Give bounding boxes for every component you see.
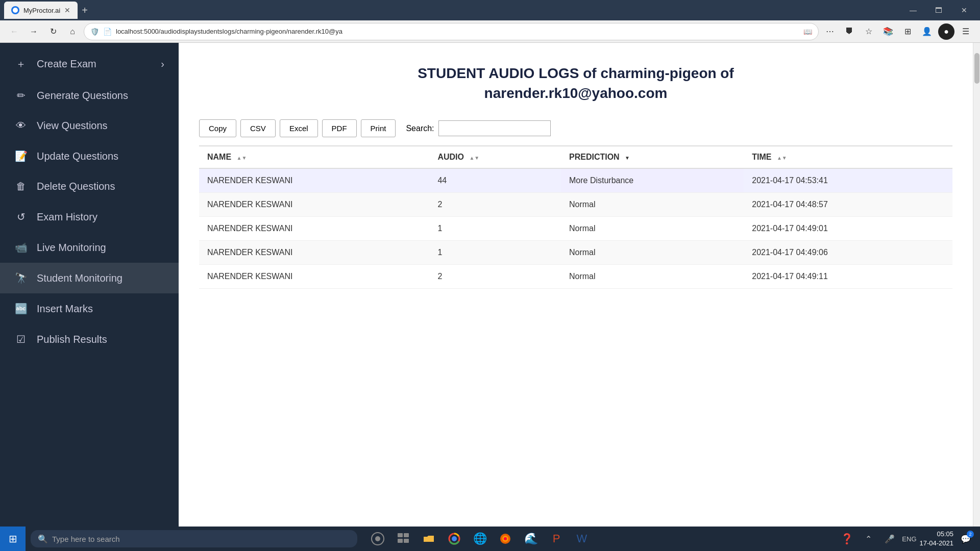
- svg-point-11: [504, 537, 507, 540]
- search-label: Search:: [406, 124, 434, 133]
- extensions-icon[interactable]: ●: [938, 23, 954, 40]
- table-row: NARENDER KESWANI44More Disturbance2021-0…: [199, 168, 952, 193]
- sidebar-label-update-questions: Update Questions: [37, 151, 118, 162]
- tab-bar: MyProctor.ai ✕ + — 🗖 ✕: [0, 0, 980, 20]
- taskbar-chevron-icon[interactable]: ⌃: [859, 530, 877, 548]
- sidebar-item-view-questions[interactable]: 👁 View Questions: [0, 111, 179, 141]
- generate-questions-icon: ✏: [14, 89, 28, 102]
- close-btn[interactable]: ✕: [952, 2, 976, 19]
- taskbar-word-btn[interactable]: W: [572, 529, 592, 549]
- taskbar-chrome-btn[interactable]: [444, 529, 464, 549]
- taskbar-ie-btn[interactable]: 🌐: [470, 529, 490, 549]
- taskbar-ppt-btn[interactable]: P: [546, 529, 567, 549]
- menu-btn[interactable]: ☰: [958, 23, 974, 40]
- start-btn[interactable]: ⊞: [0, 527, 26, 551]
- scrollbar-thumb[interactable]: [974, 53, 979, 84]
- table-toolbar: Copy CSV Excel PDF Print Search:: [199, 119, 952, 137]
- col-header-name[interactable]: NAME ▲▼: [199, 146, 429, 168]
- forward-btn[interactable]: →: [26, 23, 42, 40]
- col-header-time[interactable]: TIME ▲▼: [744, 146, 952, 168]
- csv-btn[interactable]: CSV: [240, 119, 276, 137]
- table-row: NARENDER KESWANI1Normal2021-04-17 04:49:…: [199, 241, 952, 265]
- taskbar-mic-icon[interactable]: 🎤: [880, 530, 899, 548]
- collections-icon[interactable]: 📚: [880, 23, 896, 40]
- svg-point-7: [452, 536, 457, 541]
- taskbar-right: ❓ ⌃ 🎤 ENG 05:05 17-04-2021 💬 2: [838, 530, 980, 548]
- sidebar-item-live-monitoring[interactable]: 📹 Live Monitoring: [0, 232, 179, 263]
- sidebar-item-publish-results[interactable]: ☑ Publish Results: [0, 324, 179, 355]
- notification-badge: 2: [967, 531, 974, 538]
- sidebar-item-student-monitoring[interactable]: 🔭 Student Monitoring: [0, 263, 179, 293]
- table-row: NARENDER KESWANI2Normal2021-04-17 04:49:…: [199, 265, 952, 289]
- browser-chrome: MyProctor.ai ✕ + — 🗖 ✕ ← → ↻ ⌂ 🛡️ 📄 loca…: [0, 0, 980, 43]
- sidebar-item-create-exam[interactable]: ＋ Create Exam ›: [0, 48, 179, 80]
- cell-prediction: Normal: [561, 217, 744, 241]
- taskbar-cortana-btn[interactable]: [368, 529, 388, 549]
- col-header-prediction[interactable]: PREDICTION ▼: [561, 146, 744, 168]
- new-tab-btn[interactable]: +: [82, 5, 88, 16]
- nav-bar: ← → ↻ ⌂ 🛡️ 📄 localhost:5000/audiodisplay…: [0, 20, 980, 43]
- active-tab[interactable]: MyProctor.ai ✕: [4, 2, 78, 19]
- pdf-btn[interactable]: PDF: [322, 119, 357, 137]
- sidebar-label-student-monitoring: Student Monitoring: [37, 272, 122, 284]
- taskbar-help-icon[interactable]: ❓: [838, 530, 856, 548]
- cell-prediction: Normal: [561, 265, 744, 289]
- cell-time: 2021-04-17 04:49:06: [744, 241, 952, 265]
- address-bar-container[interactable]: 🛡️ 📄 localhost:5000/audiodisplaystudents…: [84, 23, 819, 40]
- split-view-icon[interactable]: ⊞: [899, 23, 916, 40]
- svg-rect-3: [398, 533, 403, 537]
- taskbar-search-bar[interactable]: 🔍 Type here to search: [31, 530, 357, 547]
- search-input[interactable]: [438, 120, 551, 136]
- refresh-btn[interactable]: ↻: [45, 23, 61, 40]
- taskbar-edge-btn[interactable]: 🌊: [521, 529, 541, 549]
- col-header-audio[interactable]: AUDIO ▲▼: [429, 146, 561, 168]
- audio-sort-icon: ▲▼: [469, 155, 479, 161]
- sidebar-label-publish-results: Publish Results: [37, 334, 107, 345]
- tab-close-btn[interactable]: ✕: [64, 6, 70, 14]
- bookmark-btn[interactable]: ☆: [861, 23, 877, 40]
- back-btn[interactable]: ←: [6, 23, 22, 40]
- cell-time: 2021-04-17 04:49:11: [744, 265, 952, 289]
- taskbar-firefox-btn[interactable]: [495, 529, 516, 549]
- sidebar-item-update-questions[interactable]: 📝 Update Questions: [0, 141, 179, 171]
- address-url[interactable]: localhost:5000/audiodisplaystudentslogs/…: [116, 28, 799, 35]
- print-btn[interactable]: Print: [361, 119, 396, 137]
- sidebar-label-generate-questions: Generate Questions: [37, 90, 128, 102]
- prediction-sort-icon: ▼: [625, 155, 630, 161]
- svg-point-2: [375, 536, 380, 541]
- cell-prediction: Normal: [561, 193, 744, 217]
- svg-point-0: [13, 8, 18, 13]
- scrollbar[interactable]: [973, 43, 980, 527]
- cell-audio: 2: [429, 193, 561, 217]
- maximize-btn[interactable]: 🗖: [927, 2, 950, 19]
- window-controls: — 🗖 ✕: [901, 2, 976, 19]
- taskbar-time: 05:05 17-04-2021: [920, 530, 954, 548]
- pocket-icon[interactable]: ⛊: [841, 23, 857, 40]
- taskbar-notifications-btn[interactable]: 💬 2: [957, 530, 975, 548]
- view-questions-icon: 👁: [14, 120, 28, 132]
- taskbar-task-view-btn[interactable]: [393, 529, 413, 549]
- copy-btn[interactable]: Copy: [199, 119, 236, 137]
- sidebar-item-insert-marks[interactable]: 🔤 Insert Marks: [0, 293, 179, 324]
- content-area: STUDENT AUDIO LOGS of charming-pigeon of…: [179, 43, 973, 527]
- taskbar-files-btn[interactable]: [419, 529, 439, 549]
- home-btn[interactable]: ⌂: [64, 23, 81, 40]
- sidebar-item-exam-history[interactable]: ↺ Exam History: [0, 202, 179, 232]
- taskbar-search-placeholder: Type here to search: [52, 535, 120, 543]
- sidebar-item-generate-questions[interactable]: ✏ Generate Questions: [0, 80, 179, 111]
- table-row: NARENDER KESWANI1Normal2021-04-17 04:49:…: [199, 217, 952, 241]
- page-icon: 📄: [103, 28, 112, 36]
- sidebar-label-exam-history: Exam History: [37, 211, 97, 223]
- cell-audio: 1: [429, 241, 561, 265]
- excel-btn[interactable]: Excel: [280, 119, 318, 137]
- sidebar-label-create-exam: Create Exam: [37, 58, 96, 70]
- table-row: NARENDER KESWANI2Normal2021-04-17 04:48:…: [199, 193, 952, 217]
- profile-icon[interactable]: 👤: [919, 23, 935, 40]
- taskbar-date: 17-04-2021: [920, 539, 954, 548]
- sidebar-label-view-questions: View Questions: [37, 120, 108, 132]
- sidebar-item-delete-questions[interactable]: 🗑 Delete Questions: [0, 171, 179, 202]
- sidebar: ＋ Create Exam › ✏ Generate Questions 👁 V…: [0, 43, 179, 527]
- more-options-btn[interactable]: ⋯: [822, 23, 838, 40]
- cell-name: NARENDER KESWANI: [199, 241, 429, 265]
- minimize-btn[interactable]: —: [901, 2, 925, 19]
